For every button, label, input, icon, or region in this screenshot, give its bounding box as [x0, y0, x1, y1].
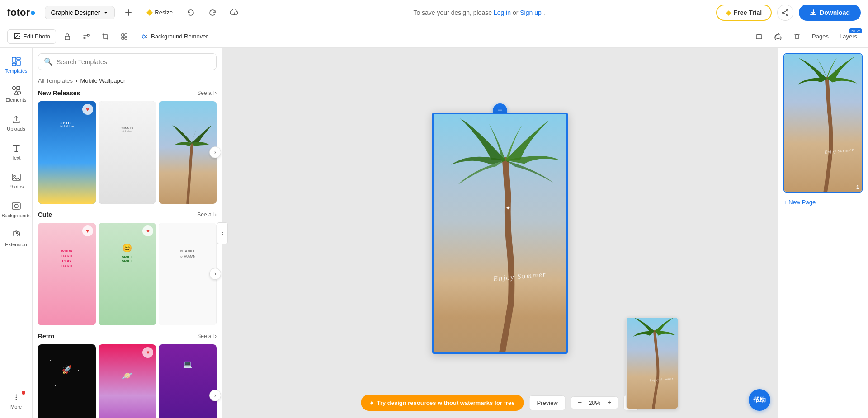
template-card-retro-1[interactable]: NASA 🚀	[38, 344, 96, 418]
resize-button[interactable]: Resize	[142, 5, 177, 21]
preview-button[interactable]: Preview	[529, 395, 566, 410]
sidebar-item-more[interactable]: More	[2, 387, 31, 414]
search-input[interactable]	[57, 58, 211, 66]
pages-label: Pages	[812, 33, 829, 40]
free-trial-button[interactable]: ◆ Free Trial	[716, 5, 772, 21]
signup-link[interactable]: Sign up	[520, 9, 541, 16]
template-card-new-1[interactable]: SPACE think & love ♥	[38, 101, 96, 204]
svg-point-32	[15, 399, 17, 400]
login-link[interactable]: Log in	[494, 9, 511, 16]
crop-icon-button[interactable]	[98, 29, 113, 44]
backgrounds-label: Backgrounds	[1, 213, 30, 218]
photos-label: Photos	[8, 184, 24, 189]
download-button[interactable]: Download	[799, 5, 861, 21]
add-button[interactable]	[120, 5, 137, 21]
lock-icon	[64, 33, 71, 40]
preview-label: Preview	[537, 399, 558, 406]
collapse-panel-button[interactable]: ‹	[217, 222, 228, 244]
designer-button[interactable]: Graphic Designer	[45, 6, 115, 19]
page-number: 1	[856, 184, 859, 190]
zoom-in-button[interactable]: +	[605, 399, 613, 407]
help-button[interactable]: 帮助	[749, 389, 770, 411]
refresh-icon-button[interactable]	[770, 29, 786, 44]
template-card-cute-2[interactable]: 😊 SMILESMILE ♥	[99, 223, 156, 325]
redo-button[interactable]	[204, 5, 221, 21]
try-free-icon: ♦	[370, 399, 373, 406]
layers-button[interactable]: Layers NEW	[836, 31, 861, 42]
zoom-value: 28%	[586, 399, 603, 406]
elements-label: Elements	[6, 97, 27, 103]
main-content: Templates Elements Uploads Text	[0, 48, 868, 418]
sidebar-item-uploads[interactable]: Uploads	[2, 109, 31, 136]
svg-rect-11	[122, 34, 124, 36]
svg-rect-13	[122, 37, 124, 39]
plus-icon	[124, 9, 132, 17]
cute-nav-arrow[interactable]: ›	[209, 268, 221, 280]
try-free-button[interactable]: ♦ Try design resources without watermark…	[361, 395, 524, 411]
top-nav: fotor● Graphic Designer Resize To save y…	[0, 0, 868, 25]
bg-remover-button[interactable]: Background Remover	[136, 30, 213, 43]
heart-button-new-1[interactable]: ♥	[82, 104, 93, 115]
share-icon	[782, 9, 789, 16]
toolbar-right: Pages Layers NEW	[751, 29, 861, 44]
svg-point-22	[12, 87, 15, 90]
templates-icon	[11, 56, 21, 66]
designer-label: Graphic Designer	[51, 9, 100, 16]
sidebar-item-templates[interactable]: Templates	[2, 52, 31, 79]
svg-point-3	[783, 12, 784, 13]
edit-photo-button[interactable]: 🖼 Edit Photo	[7, 29, 56, 44]
template-card-cute-1[interactable]: WORKHARDPLAYHARD ♥	[38, 223, 96, 325]
sidebar-item-elements[interactable]: Elements	[2, 80, 31, 108]
zoom-out-button[interactable]: −	[576, 399, 584, 407]
mini-thumbnail[interactable]: Enjoy Summer	[626, 317, 678, 409]
heart-button-cute-1[interactable]: ♥	[82, 225, 93, 236]
template-card-cute-3[interactable]: BE A NICE☺ HUMAN	[159, 223, 217, 325]
retro-see-all[interactable]: See all ›	[197, 333, 217, 339]
svg-point-9	[87, 34, 89, 36]
svg-point-10	[84, 37, 85, 39]
undo-button[interactable]	[183, 5, 199, 21]
lock-icon-button[interactable]	[60, 29, 75, 44]
template-card-retro-3[interactable]: 💻 RETRO VIBES	[159, 344, 217, 418]
right-panel: Enjoy Summer 1 + New Page	[778, 48, 868, 418]
cute-see-all[interactable]: See all ›	[197, 211, 217, 218]
sidebar-item-backgrounds[interactable]: Backgrounds	[2, 196, 31, 223]
svg-rect-12	[125, 34, 127, 36]
sidebar-item-photos[interactable]: Photos	[2, 167, 31, 194]
grid-icon-button[interactable]	[117, 29, 132, 44]
breadcrumb: All Templates › Mobile Wallpaper	[38, 77, 217, 84]
adjust-icon-button[interactable]	[79, 29, 94, 44]
pages-button[interactable]: Pages	[808, 31, 832, 42]
new-releases-see-all[interactable]: See all ›	[197, 90, 217, 96]
retro-nav-arrow[interactable]: ›	[209, 390, 221, 401]
search-box: 🔍	[38, 53, 217, 70]
palm-tree-icon	[165, 117, 211, 204]
sidebar-item-text[interactable]: Text	[2, 138, 31, 165]
svg-line-5	[784, 13, 787, 14]
help-label: 帮助	[753, 396, 766, 404]
page-1-thumbnail[interactable]: Enjoy Summer 1	[783, 53, 863, 193]
new-releases-nav-arrow[interactable]: ›	[209, 146, 221, 158]
backgrounds-icon	[11, 201, 21, 211]
breadcrumb-all-link[interactable]: All Templates	[38, 77, 73, 84]
refresh-icon	[774, 33, 782, 40]
template-card-new-2[interactable]: SUMMER pink vibes	[99, 101, 156, 204]
screenshot-icon-button[interactable]	[751, 29, 767, 44]
bg-remover-label: Background Remover	[151, 33, 208, 40]
delete-icon-button[interactable]	[789, 29, 805, 44]
sidebar-item-extension[interactable]: Extension	[2, 225, 31, 252]
svg-rect-17	[756, 35, 762, 39]
svg-line-33	[188, 143, 192, 204]
share-button[interactable]	[777, 5, 793, 21]
template-card-retro-2[interactable]: 🪐 ♥	[99, 344, 156, 418]
cloud-save-button[interactable]	[226, 5, 242, 21]
grid-icon	[121, 33, 128, 40]
template-card-new-3[interactable]	[159, 101, 217, 204]
main-canvas[interactable]: ✦ Enjoy Summer	[432, 113, 568, 354]
adjust-icon	[83, 33, 90, 40]
new-page-button[interactable]: + New Page	[783, 196, 863, 208]
layers-label: Layers	[840, 33, 857, 40]
more-label: More	[10, 404, 22, 409]
templates-panel: 🔍 All Templates › Mobile Wallpaper New R…	[33, 48, 222, 418]
redo-icon	[208, 9, 217, 17]
